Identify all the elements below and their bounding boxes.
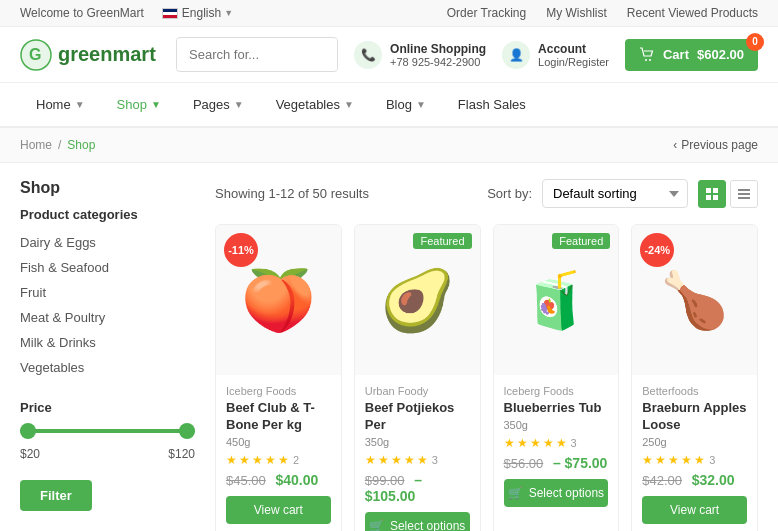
discount-badge-1: -11% [224,233,258,267]
sidebar-item-dairy[interactable]: Dairy & Eggs [20,230,195,255]
product-brand-3: Iceberg Foods [504,385,609,397]
nav-pages-arrow: ▼ [234,99,244,110]
language-label: English [182,6,221,20]
svg-rect-6 [706,188,711,193]
cart-amount: $602.00 [697,47,744,62]
search-bar [176,37,338,72]
sort-label: Sort by: [487,186,532,201]
view-cart-button-4[interactable]: View cart [642,496,747,524]
product-image-4: 🍗 -24% [632,225,757,375]
logo-text: greenmart [58,43,156,66]
header: G greenmart 📞 Online Shopping +78 925-94… [0,27,778,83]
breadcrumb-sep: / [58,138,61,152]
sort-select[interactable]: Default sorting Price: Low to High Price… [542,179,688,208]
star-icon: ★ [378,453,389,467]
product-price-2: $99.00 – $105.00 [365,472,470,504]
featured-badge-3: Featured [552,233,610,249]
breadcrumb-home[interactable]: Home [20,138,52,152]
top-bar: Welcome to GreenMart English ▼ Order Tra… [0,0,778,27]
price-old-4: $42.00 [642,473,682,488]
star-icon: ★ [694,453,705,467]
nav-pages[interactable]: Pages ▼ [177,83,260,126]
search-input[interactable] [177,39,338,70]
product-emoji-1: 🍑 [241,265,316,336]
star-icon: ★ [265,453,276,467]
price-slider-min-thumb[interactable] [20,423,36,439]
cart-label: Cart [663,47,689,62]
main-content: Shop Product categories Dairy & Eggs Fis… [0,163,778,531]
star-icon: ★ [239,453,250,467]
results-count: Showing 1-12 of 50 results [215,186,369,201]
order-tracking-link[interactable]: Order Tracking [447,6,526,20]
cart-button[interactable]: 0 Cart $602.00 [625,39,758,71]
product-weight-2: 350g [365,436,470,448]
grid-view-button[interactable] [698,180,726,208]
logo-icon: G [20,39,52,71]
toolbar-right: Sort by: Default sorting Price: Low to H… [487,179,758,208]
nav-home[interactable]: Home ▼ [20,83,101,126]
price-min-label: $20 [20,447,40,461]
svg-rect-12 [738,197,750,199]
product-name-1: Beef Club & T-Bone Per kg [226,400,331,434]
sidebar: Shop Product categories Dairy & Eggs Fis… [20,179,195,531]
svg-point-5 [649,59,651,61]
product-image-2: 🥑 Featured [355,225,480,375]
price-old-2: $99.00 [365,473,405,488]
select-options-button-3[interactable]: 🛒 Select options [504,479,609,507]
sidebar-item-vegetables[interactable]: Vegetables [20,355,195,380]
language-selector[interactable]: English ▼ [162,6,233,20]
price-slider-max-thumb[interactable] [179,423,195,439]
wishlist-link[interactable]: My Wishlist [546,6,607,20]
price-new-4: $32.00 [692,472,735,488]
nav-flash-sales[interactable]: Flash Sales [442,83,542,126]
sidebar-item-meat[interactable]: Meat & Poultry [20,305,195,330]
products-area: Showing 1-12 of 50 results Sort by: Defa… [215,179,758,531]
page-title: Shop [20,179,195,197]
products-toolbar: Showing 1-12 of 50 results Sort by: Defa… [215,179,758,208]
nav-vegetables-arrow: ▼ [344,99,354,110]
account-sub[interactable]: Login/Register [538,56,609,68]
price-old-3: $56.00 [504,456,544,471]
svg-rect-11 [738,193,750,195]
star-icon: ★ [681,453,692,467]
product-weight-4: 250g [642,436,747,448]
price-new-1: $40.00 [275,472,318,488]
review-count-4: 3 [709,454,715,466]
cart-icon [639,47,655,63]
svg-text:G: G [29,46,41,63]
sidebar-item-fish[interactable]: Fish & Seafood [20,255,195,280]
product-emoji-3: 🧃 [521,268,590,333]
nav-vegetables[interactable]: Vegetables ▼ [260,83,370,126]
view-cart-button-1[interactable]: View cart [226,496,331,524]
sidebar-item-milk[interactable]: Milk & Drinks [20,330,195,355]
logo[interactable]: G greenmart [20,39,160,71]
svg-rect-10 [738,189,750,191]
view-toggle [698,180,758,208]
product-weight-3: 350g [504,419,609,431]
breadcrumb-bar: Home / Shop ‹ Previous page [0,128,778,163]
cart-small-icon: 🛒 [369,519,384,531]
prev-page-link[interactable]: ‹ Previous page [673,138,758,152]
prev-page-arrow: ‹ [673,138,677,152]
account-section: 👤 Account Login/Register [502,41,609,69]
sidebar-item-fruit[interactable]: Fruit [20,280,195,305]
recent-viewed-link[interactable]: Recent Viewed Products [627,6,758,20]
product-card-2: 🥑 Featured Urban Foody Beef Potjiekos Pe… [354,224,481,531]
product-card-1: 🍑 -11% Iceberg Foods Beef Club & T-Bone … [215,224,342,531]
nav-shop[interactable]: Shop ▼ [101,83,177,126]
contact-phone: +78 925-942-2900 [390,56,486,68]
featured-badge-2: Featured [413,233,471,249]
price-slider-track [20,429,195,433]
nav-blog-arrow: ▼ [416,99,426,110]
product-brand-4: Betterfoods [642,385,747,397]
svg-rect-8 [706,195,711,200]
nav-blog[interactable]: Blog ▼ [370,83,442,126]
list-view-button[interactable] [730,180,758,208]
cart-badge: 0 [746,33,764,51]
star-icon: ★ [556,436,567,450]
main-nav: Home ▼ Shop ▼ Pages ▼ Vegetables ▼ Blog … [0,83,778,128]
filter-button[interactable]: Filter [20,480,92,511]
price-slider-fill [20,429,195,433]
select-options-button-2[interactable]: 🛒 Select options [365,512,470,531]
product-stars-1: ★ ★ ★ ★ ★ 2 [226,453,331,467]
